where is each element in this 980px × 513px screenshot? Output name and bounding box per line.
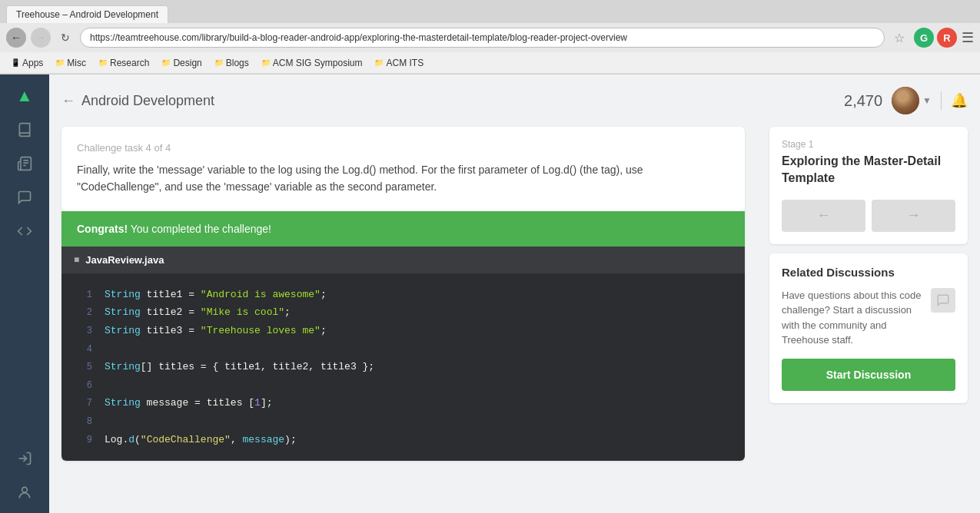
bookmark-blogs[interactable]: 📁 Blogs — [210, 56, 254, 70]
line-num-1: 1 — [74, 287, 92, 304]
challenge-card: Challenge task 4 of 4 Finally, write the… — [61, 127, 745, 461]
line-code-3: String title3 = "Treehouse loves me"; — [105, 322, 327, 339]
line-num-5: 5 — [74, 359, 92, 376]
start-discussion-button[interactable]: Start Discussion — [782, 359, 955, 391]
challenge-task-label: Challenge task 4 of 4 — [77, 142, 729, 154]
code-header: ■ JavaReview.java — [61, 247, 745, 273]
line-code-2: String title2 = "Mike is cool"; — [105, 303, 291, 321]
discussion-chat-icon — [931, 288, 955, 313]
code-line-5: 5 String[] titles = { title1, title2, ti… — [61, 358, 745, 376]
bookmark-acm-sig-label: ACM SIG Symposium — [273, 58, 363, 68]
content-area: ← Android Development 2,470 ▼ 🔔 — [49, 74, 980, 513]
line-num-8: 8 — [74, 414, 92, 431]
stage-nav-buttons: ← → — [782, 200, 955, 232]
discussion-title: Related Discussions — [782, 266, 955, 279]
next-stage-button[interactable]: → — [872, 200, 955, 232]
line-code-9: Log.d("CodeChallenge", message); — [105, 431, 297, 448]
user-avatar — [892, 87, 919, 114]
bookmark-apps[interactable]: 📱 Apps — [6, 56, 48, 70]
main-layout: ▲ — [0, 74, 980, 513]
acm-sig-folder-icon: 📁 — [261, 58, 271, 67]
active-tab[interactable]: Treehouse – Android Development — [6, 5, 168, 23]
code-editor: ■ JavaReview.java 1 String title1 = "And… — [61, 247, 745, 461]
design-folder-icon: 📁 — [161, 58, 171, 67]
bookmark-star[interactable]: ☆ — [889, 28, 909, 48]
sidebar-icon-code[interactable] — [9, 216, 40, 247]
bookmark-blogs-label: Blogs — [226, 58, 249, 68]
sidebar-icon-book[interactable] — [9, 114, 40, 145]
main-content: Challenge task 4 of 4 Finally, write the… — [61, 127, 745, 461]
sidebar-icon-chat[interactable] — [9, 182, 40, 213]
code-body: 1 String title1 = "Android is awesome"; … — [61, 273, 745, 461]
bookmark-design[interactable]: 📁 Design — [157, 56, 206, 70]
main-row: Challenge task 4 of 4 Finally, write the… — [61, 127, 968, 461]
svg-point-4 — [22, 487, 28, 492]
browser-tabs: Treehouse – Android Development — [0, 0, 980, 23]
back-button[interactable]: ← — [6, 28, 26, 48]
divider — [941, 91, 942, 110]
bookmarks-bar: 📱 Apps 📁 Misc 📁 Research 📁 Design 📁 Blog… — [0, 52, 980, 74]
prev-stage-button[interactable]: ← — [782, 200, 865, 232]
back-nav[interactable]: ← Android Development — [61, 93, 214, 109]
top-bar: ← Android Development 2,470 ▼ 🔔 — [61, 87, 968, 114]
line-code-4 — [105, 340, 111, 358]
success-text: Congrats! You completed the challenge! — [77, 223, 271, 235]
line-num-6: 6 — [74, 378, 92, 395]
avatar-container[interactable]: ▼ — [892, 87, 932, 114]
url-text: https://teamtreehouse.com/library/build-… — [90, 32, 627, 43]
line-code-6 — [105, 376, 111, 394]
sidebar: ▲ — [0, 74, 49, 513]
extension-icon-red: R — [937, 28, 957, 48]
sidebar-icon-treehouse[interactable]: ▲ — [9, 81, 40, 111]
line-code-7: String message = titles [1]; — [105, 394, 272, 412]
bookmark-acm-sig[interactable]: 📁 ACM SIG Symposium — [257, 56, 367, 70]
stage-label: Stage 1 — [782, 139, 955, 150]
congrats-label: Congrats! — [77, 223, 128, 235]
bookmark-misc-label: Misc — [67, 58, 86, 68]
line-num-4: 4 — [74, 342, 92, 359]
menu-button[interactable]: ☰ — [962, 29, 974, 46]
line-code-5: String[] titles = { title1, title2, titl… — [105, 358, 374, 376]
filename: JavaReview.java — [85, 254, 164, 266]
stage-title: Exploring the Master-Detail Template — [782, 153, 955, 187]
challenge-description: Finally, write the 'message' variable to… — [77, 161, 729, 196]
file-icon: ■ — [74, 254, 79, 265]
browser-chrome: Treehouse – Android Development ← → ↻ ht… — [0, 0, 980, 74]
line-num-3: 3 — [74, 323, 92, 340]
line-code-8 — [105, 412, 111, 430]
research-folder-icon: 📁 — [98, 58, 108, 67]
reload-button[interactable]: ↻ — [55, 28, 75, 48]
bell-icon[interactable]: 🔔 — [951, 92, 968, 109]
code-line-7: 7 String message = titles [1]; — [61, 394, 745, 412]
forward-button[interactable]: → — [31, 28, 51, 48]
code-line-9: 9 Log.d("CodeChallenge", message); — [61, 431, 745, 449]
code-line-4: 4 — [61, 340, 745, 359]
line-num-2: 2 — [74, 305, 92, 322]
bookmark-design-label: Design — [173, 58, 201, 68]
bookmark-research-label: Research — [110, 58, 149, 68]
back-arrow-icon: ← — [61, 93, 75, 109]
bookmark-misc[interactable]: 📁 Misc — [51, 56, 91, 70]
sidebar-icon-login[interactable] — [9, 443, 40, 474]
sidebar-icon-profile[interactable] — [9, 477, 40, 508]
code-line-1: 1 String title1 = "Android is awesome"; — [61, 286, 745, 304]
acm-its-folder-icon: 📁 — [374, 58, 384, 67]
code-line-8: 8 — [61, 412, 745, 431]
browser-extension-icons: G R — [914, 28, 957, 48]
avatar-dropdown-icon: ▼ — [922, 95, 932, 106]
sidebar-icon-news[interactable] — [9, 148, 40, 179]
points-display: 2,470 — [844, 92, 882, 110]
bookmark-research[interactable]: 📁 Research — [94, 56, 154, 70]
blogs-folder-icon: 📁 — [214, 58, 224, 67]
address-bar[interactable]: https://teamtreehouse.com/library/build-… — [80, 28, 885, 48]
bookmark-acm-its-label: ACM ITS — [386, 58, 424, 68]
code-line-2: 2 String title2 = "Mike is cool"; — [61, 303, 745, 322]
success-banner: Congrats! You completed the challenge! — [61, 211, 745, 247]
line-num-9: 9 — [74, 432, 92, 449]
line-code-1: String title1 = "Android is awesome"; — [105, 286, 327, 303]
bookmark-acm-its[interactable]: 📁 ACM ITS — [370, 56, 428, 70]
discussion-body: Have questions about this code challenge… — [782, 288, 955, 348]
code-line-3: 3 String title3 = "Treehouse loves me"; — [61, 322, 745, 340]
discussion-text: Have questions about this code challenge… — [782, 288, 925, 348]
code-line-6: 6 — [61, 376, 745, 395]
